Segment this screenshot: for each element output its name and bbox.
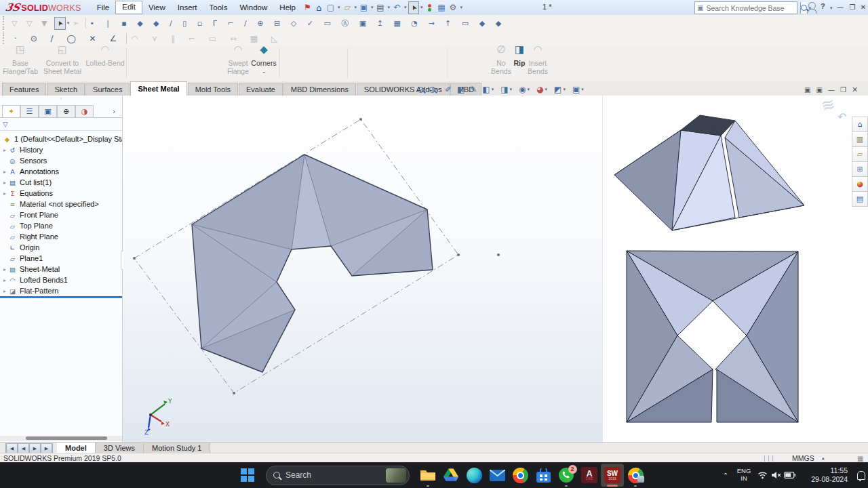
task-pane-home[interactable]: ⌂ bbox=[852, 117, 868, 132]
last-tab-button[interactable]: ▶ bbox=[41, 443, 53, 453]
toolbar-grip[interactable] bbox=[3, 16, 7, 29]
help-caret[interactable]: ▾ bbox=[830, 5, 833, 11]
solidworks-taskbar-icon[interactable]: SW 2019 bbox=[601, 464, 624, 487]
display-style-button[interactable]: ◨▾ bbox=[500, 85, 513, 94]
taskbar-search[interactable]: Search bbox=[266, 466, 410, 485]
pane-right-icon[interactable]: ▣ bbox=[816, 86, 822, 94]
prev-tab-button[interactable]: ◀ bbox=[18, 443, 29, 453]
options-gear-button[interactable]: ⚙ bbox=[447, 2, 458, 14]
edge-taskbar-icon[interactable] bbox=[462, 464, 486, 487]
tree-item-sensors[interactable]: ◎Sensors bbox=[0, 155, 122, 166]
view-orientation-button[interactable]: ◧▾ bbox=[482, 85, 495, 94]
save-button[interactable]: ▣ bbox=[358, 2, 370, 14]
tree-item-right-plane[interactable]: ▱Right Plane bbox=[0, 231, 122, 242]
edit-appearance-button[interactable]: ◕▾ bbox=[536, 85, 549, 94]
autocad-taskbar-icon[interactable]: A CAD bbox=[578, 464, 601, 487]
hide-show-items-button[interactable]: ◉▾ bbox=[519, 85, 531, 94]
menu-window[interactable]: Window bbox=[233, 1, 273, 14]
clock[interactable]: 11:5529-08-2024 bbox=[799, 466, 848, 484]
menu-tools[interactable]: Tools bbox=[203, 1, 234, 14]
pane-left-icon[interactable]: ▣ bbox=[804, 86, 810, 94]
tree-item-flat-pattern[interactable]: ▸◪Flat-Pattern bbox=[0, 285, 122, 296]
filter-icon[interactable]: ▽ bbox=[3, 121, 8, 128]
folded-model-view[interactable] bbox=[614, 115, 804, 230]
rollback-bar[interactable] bbox=[0, 296, 122, 298]
tree-item-lofted-bends[interactable]: ▸◠Lofted Bends1 bbox=[0, 274, 122, 285]
options-caret[interactable]: ▾ bbox=[460, 5, 462, 10]
view-settings-button[interactable]: ▣▾ bbox=[572, 85, 585, 94]
rebuild-traffic-icon[interactable] bbox=[424, 2, 435, 14]
tray-chevron-icon[interactable]: ⌃ bbox=[719, 472, 732, 479]
task-pane-custom-properties[interactable]: ▤ bbox=[852, 192, 868, 207]
propertymanager-tab[interactable]: ☰ bbox=[20, 105, 39, 117]
dynamic-annotation-icon[interactable]: ✎ bbox=[470, 85, 477, 94]
search-highlight-image[interactable] bbox=[386, 468, 406, 483]
featuremanager-tree-tab[interactable]: ✦ bbox=[2, 105, 20, 117]
tree-hscroll-track[interactable] bbox=[0, 436, 122, 441]
macro-tool-icons[interactable]: • ❘ ▪ ◆ ◆ ∕ ▯ ▫ Γ ⌐ ∕ ⊕ ⊟ ◇ ✓ ▭ Ⓐ ▣ ↥ ▦ … bbox=[90, 18, 506, 28]
knowledge-base-search[interactable]: ▣ ▾ bbox=[694, 1, 797, 14]
tree-item-cut-list[interactable]: ▸▤Cut list(1) bbox=[0, 177, 122, 188]
wifi-icon[interactable] bbox=[755, 471, 769, 479]
print-caret[interactable]: ▾ bbox=[388, 5, 391, 10]
tab-model[interactable]: Model bbox=[57, 443, 96, 453]
tree-item-plane1[interactable]: ▱Plane1 bbox=[0, 253, 122, 264]
home-button[interactable]: ⌂ bbox=[313, 2, 325, 14]
chrome-profile-taskbar-icon[interactable] bbox=[624, 464, 647, 487]
zoom-to-area-icon[interactable]: ⌐ bbox=[429, 87, 439, 93]
apply-scene-button[interactable]: ◩▾ bbox=[554, 85, 567, 94]
google-drive-taskbar-icon[interactable] bbox=[439, 464, 462, 487]
tree-item-sheet-metal[interactable]: ▸▤Sheet-Metal bbox=[0, 264, 122, 274]
corners-caret[interactable]: ⌄ bbox=[262, 68, 267, 76]
task-pane-view-palette[interactable]: ⊞ bbox=[852, 162, 868, 177]
tab-mold-tools[interactable]: Mold Tools bbox=[188, 83, 238, 96]
select-cursor-caret[interactable]: ▾ bbox=[67, 20, 70, 26]
section-view-icon[interactable]: ◧ bbox=[457, 85, 465, 94]
close-button[interactable]: ✕ bbox=[856, 1, 868, 12]
search-button[interactable] bbox=[800, 2, 807, 14]
sketch-entity-icons[interactable]: · ⊙ ∕ ◯ ✕ ∠ bbox=[14, 34, 122, 43]
tab-3d-views[interactable]: 3D Views bbox=[96, 443, 144, 453]
menu-help[interactable]: Help bbox=[273, 1, 302, 14]
whatsapp-taskbar-icon[interactable]: 2 bbox=[555, 464, 578, 487]
tree-item-equations[interactable]: ▸ΣEquations bbox=[0, 188, 122, 199]
tab-features[interactable]: Features bbox=[2, 83, 46, 96]
tree-item-front-plane[interactable]: ▱Front Plane bbox=[0, 209, 122, 220]
select-cursor-button[interactable]: ➤ bbox=[54, 17, 65, 30]
toolbar-grip-2[interactable] bbox=[3, 33, 7, 44]
task-scheduler-icon[interactable]: ▦ bbox=[435, 2, 447, 14]
undo-caret[interactable]: ▾ bbox=[404, 5, 407, 10]
select-caret[interactable]: ▾ bbox=[420, 5, 423, 10]
task-pane-file-explorer[interactable]: ▱ bbox=[852, 147, 868, 162]
undo-button[interactable]: ↶ bbox=[391, 2, 403, 14]
new-document-caret[interactable]: ▾ bbox=[338, 5, 340, 10]
tree-hscroll-thumb[interactable] bbox=[26, 436, 107, 440]
tab-evaluate[interactable]: Evaluate bbox=[239, 83, 283, 96]
open-caret[interactable]: ▾ bbox=[355, 5, 357, 10]
menu-view[interactable]: View bbox=[142, 1, 172, 14]
first-tab-button[interactable]: ◀ bbox=[5, 443, 18, 453]
tree-item-material[interactable]: ≡Material <not specified> bbox=[0, 199, 122, 209]
tree-root-item[interactable]: ◆ 1 (Default<<Default>_Display State bbox=[0, 134, 122, 144]
tree-item-origin[interactable]: ∟Origin bbox=[0, 242, 122, 253]
language-indicator[interactable]: ENGIN bbox=[732, 468, 755, 483]
mail-taskbar-icon[interactable] bbox=[486, 464, 509, 487]
pin-menu-icon[interactable]: ⚑ bbox=[302, 2, 313, 14]
battery-icon[interactable] bbox=[783, 472, 796, 479]
tab-motion-study[interactable]: Motion Study 1 bbox=[144, 443, 210, 453]
tab-sheet-metal[interactable]: Sheet Metal bbox=[130, 81, 186, 96]
help-button[interactable]: ? bbox=[821, 2, 825, 10]
open-document-button[interactable]: ▱ bbox=[342, 2, 353, 14]
tab-mbd-dimensions[interactable]: MBD Dimensions bbox=[283, 83, 356, 96]
corners-button[interactable]: ◆ Corners ⌄ bbox=[250, 46, 278, 80]
microsoft-store-taskbar-icon[interactable] bbox=[532, 464, 555, 487]
tab-surfaces[interactable]: Surfaces bbox=[85, 83, 130, 96]
previous-view-icon[interactable]: ✐ bbox=[445, 85, 452, 94]
panel-tab-chevron[interactable]: › bbox=[113, 107, 115, 116]
tree-item-annotations[interactable]: ▸AAnnotations bbox=[0, 166, 122, 177]
start-button[interactable] bbox=[236, 464, 259, 487]
file-explorer-taskbar-icon[interactable] bbox=[416, 464, 439, 487]
flat-pattern-preview[interactable] bbox=[627, 251, 798, 422]
chrome-taskbar-icon[interactable] bbox=[509, 464, 532, 487]
tree-item-history[interactable]: ▸↺History bbox=[0, 144, 122, 155]
